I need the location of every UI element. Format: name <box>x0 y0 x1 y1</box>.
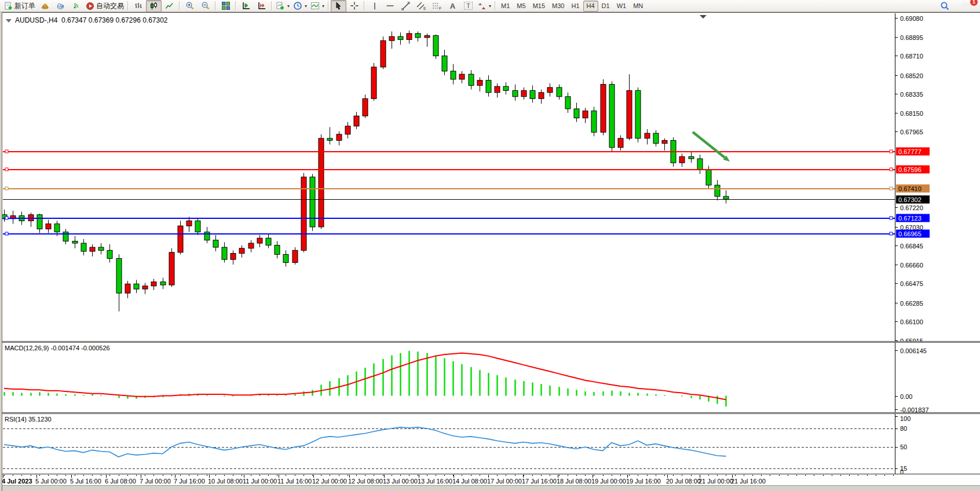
svg-text:10 Jul 08:00: 10 Jul 08:00 <box>208 478 243 485</box>
chart-step-forward-button[interactable] <box>254 0 269 12</box>
svg-text:7 Jul 16:00: 7 Jul 16:00 <box>174 478 205 485</box>
rsi-indicator-pane[interactable]: 1008050150 <box>0 414 980 474</box>
rsi-label: RSI(14) 35.1230 <box>5 416 52 423</box>
svg-text:18 Jul 08:00: 18 Jul 08:00 <box>557 478 591 485</box>
autotrading-icon <box>86 2 94 10</box>
equidistant-channel-tool-button[interactable]: E <box>414 0 429 12</box>
timeframe-d1-button[interactable]: D1 <box>598 1 613 12</box>
zoom-out-button[interactable] <box>198 0 213 12</box>
horizontal-line-tool-button[interactable] <box>382 0 398 12</box>
timeframe-m15-button[interactable]: M15 <box>529 1 548 12</box>
svg-text:0.66285: 0.66285 <box>900 300 923 307</box>
periods-dropdown-icon[interactable]: ▾ <box>305 3 307 9</box>
timeframe-h1-button[interactable]: H1 <box>568 1 583 12</box>
svg-text:50: 50 <box>900 444 907 450</box>
timeframe-h4-button[interactable]: H4 <box>583 1 598 12</box>
svg-text:0.67410: 0.67410 <box>898 185 922 192</box>
text-tool-button[interactable]: A <box>445 0 460 12</box>
new-chart-button[interactable]: ▾ <box>274 0 291 12</box>
line-chart-icon <box>165 2 174 10</box>
svg-text:0.68520: 0.68520 <box>900 72 923 79</box>
search-button[interactable] <box>937 0 953 12</box>
macd-label: MACD(12,26,9) -0.001474 -0.000526 <box>5 345 110 351</box>
text-label-tool-button[interactable]: T <box>460 0 476 12</box>
svg-text:0.66845: 0.66845 <box>900 243 923 250</box>
metaeditor-button[interactable] <box>53 0 68 12</box>
svg-text:80: 80 <box>900 425 907 432</box>
svg-text:13 Jul 16:00: 13 Jul 16:00 <box>418 478 452 485</box>
svg-text:0.67220: 0.67220 <box>900 204 923 211</box>
svg-text:0.68335: 0.68335 <box>900 91 923 98</box>
notifications-button[interactable]: 1 <box>959 0 974 12</box>
candles <box>2 31 729 312</box>
notification-count-badge: 1 <box>970 0 978 6</box>
crosshair-tool-button[interactable] <box>346 0 362 12</box>
svg-text:11 Jul 16:00: 11 Jul 16:00 <box>277 478 312 485</box>
svg-text:17 Jul 00:00: 17 Jul 00:00 <box>487 478 522 485</box>
tile-windows-icon <box>221 1 231 10</box>
new-order-button[interactable]: 新订单 <box>2 0 37 12</box>
chart-step-back-icon <box>242 1 251 10</box>
tile-windows-button[interactable] <box>218 0 233 12</box>
window-bottom-strip <box>0 485 980 491</box>
svg-text:0.67777: 0.67777 <box>898 148 922 155</box>
toolbar-separator <box>235 1 236 10</box>
chart-window: 0.690800.688950.687100.685200.683350.681… <box>0 12 980 491</box>
symbol-dropdown-icon[interactable] <box>6 19 12 23</box>
new-chart-dropdown-icon[interactable]: ▾ <box>287 3 290 9</box>
price-chart-canvas[interactable]: 0.690800.688950.687100.685200.683350.681… <box>0 13 980 341</box>
chart-step-back-button[interactable] <box>238 0 254 12</box>
wizard-hat-icon <box>41 2 49 10</box>
svg-text:100: 100 <box>900 415 910 422</box>
timeframe-m30-button[interactable]: M30 <box>548 1 568 12</box>
svg-text:6 Jul 08:00: 6 Jul 08:00 <box>105 478 136 485</box>
svg-text:0: 0 <box>900 468 904 474</box>
arrows-tool-button[interactable]: ▾ <box>476 0 493 12</box>
trendline-tool-button[interactable] <box>398 0 414 12</box>
periods-button[interactable]: ▾ <box>291 0 309 12</box>
autotrading-button[interactable]: 自动交易 <box>84 0 126 12</box>
indicators-button[interactable]: ▾ <box>309 0 326 12</box>
svg-text:21 Jul 00:00: 21 Jul 00:00 <box>699 478 733 485</box>
cursor-tool-button[interactable] <box>331 0 346 12</box>
svg-text:11 Jul 00:00: 11 Jul 00:00 <box>243 478 277 485</box>
arrows-shapes-icon <box>478 2 487 10</box>
time-axis[interactable]: 4 Jul 20235 Jul 00:005 Jul 16:006 Jul 08… <box>0 475 980 485</box>
line-chart-mode-button[interactable] <box>162 0 177 12</box>
toolbar-separator <box>328 1 329 10</box>
new-chart-icon <box>276 1 285 10</box>
candle-chart-mode-button[interactable] <box>146 0 162 12</box>
svg-text:0.68710: 0.68710 <box>900 53 923 60</box>
svg-text:F: F <box>439 6 441 10</box>
svg-text:E: E <box>423 6 426 10</box>
indicators-dropdown-icon[interactable]: ▾ <box>322 3 324 9</box>
clock-icon <box>293 1 302 10</box>
fibonacci-tool-button[interactable]: F <box>429 0 445 12</box>
timeframe-m1-button[interactable]: M1 <box>498 1 513 12</box>
crosshair-icon <box>350 1 359 10</box>
timeframe-mn-button[interactable]: MN <box>630 1 646 12</box>
zoom-in-icon <box>185 1 195 10</box>
signals-button[interactable] <box>68 0 84 12</box>
autotrading-label: 自动交易 <box>96 1 124 11</box>
macd-indicator-pane[interactable]: 0.0061450.00-0.001837 <box>0 343 980 412</box>
svg-text:21 Jul 16:00: 21 Jul 16:00 <box>731 478 766 485</box>
svg-text:12 Jul 00:00: 12 Jul 00:00 <box>312 478 347 485</box>
timeframe-m5-button[interactable]: M5 <box>513 1 529 12</box>
svg-text:19 Jul 00:00: 19 Jul 00:00 <box>591 478 626 485</box>
bar-chart-icon <box>134 2 142 10</box>
timeframe-w1-button[interactable]: W1 <box>613 1 630 12</box>
toolbar-separator <box>179 1 180 10</box>
arrows-dropdown-icon[interactable]: ▾ <box>489 3 491 9</box>
zoom-in-button[interactable] <box>182 0 198 12</box>
chart-title: AUDUSD-,H4 0.67347 0.67369 0.67296 0.673… <box>6 16 168 24</box>
chart-step-forward-icon <box>257 1 266 10</box>
svg-text:0.67302: 0.67302 <box>898 196 922 203</box>
candlestick-chart-icon <box>149 2 158 10</box>
toolbar-separator <box>271 1 272 10</box>
wizard-button[interactable] <box>37 0 53 12</box>
bar-chart-mode-button[interactable] <box>130 0 146 12</box>
mt4-terminal: { "toolbar": { "new_order_label": "新订单",… <box>0 0 980 491</box>
vertical-line-tool-button[interactable] <box>367 0 382 12</box>
horizontal-line-icon <box>386 2 394 10</box>
